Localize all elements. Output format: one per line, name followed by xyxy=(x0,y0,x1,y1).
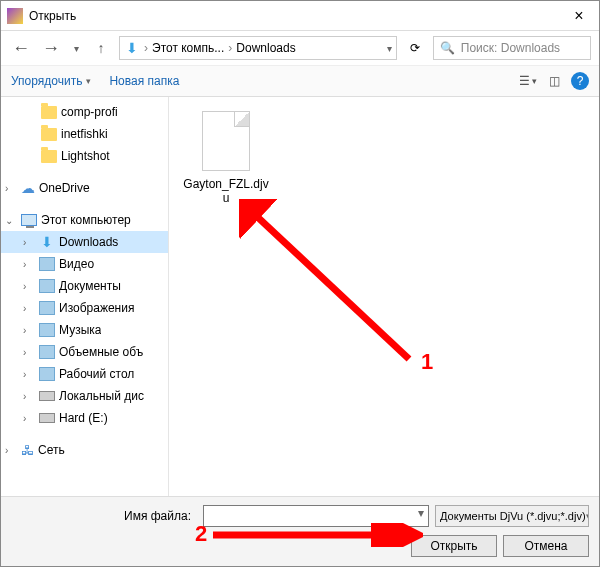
sidebar-folder[interactable]: Lightshot xyxy=(1,145,168,167)
arrow-left-icon: ← xyxy=(12,38,30,59)
sidebar-video[interactable]: ›Видео xyxy=(1,253,168,275)
chevron-down-icon: ▾ xyxy=(74,43,79,54)
newfolder-button[interactable]: Новая папка xyxy=(109,74,179,88)
chevron-down-icon: ▾ xyxy=(86,76,91,86)
breadcrumb-item-downloads[interactable]: Downloads xyxy=(236,41,295,55)
open-button[interactable]: Открыть xyxy=(411,535,497,557)
help-button[interactable]: ? xyxy=(571,72,589,90)
chevron-right-icon: › xyxy=(23,413,35,424)
sidebar-downloads[interactable]: ›⬇Downloads xyxy=(1,231,168,253)
file-name-label: Gayton_FZL.djvu xyxy=(181,177,271,205)
chevron-right-icon: › xyxy=(23,259,35,270)
breadcrumb[interactable]: ⬇ › Этот компь... › Downloads ▾ xyxy=(119,36,397,60)
images-icon xyxy=(39,301,55,315)
sidebar-desktop[interactable]: ›Рабочий стол xyxy=(1,363,168,385)
chevron-right-icon: › xyxy=(23,325,35,336)
organize-menu[interactable]: Упорядочить▾ xyxy=(11,74,91,88)
chevron-right-icon: › xyxy=(140,41,152,55)
filename-label: Имя файла: xyxy=(11,509,197,523)
sidebar-images[interactable]: ›Изображения xyxy=(1,297,168,319)
sidebar-localdisk[interactable]: ›Локальный дис xyxy=(1,385,168,407)
body-area: comp-profi inetfishki Lightshot ›☁OneDri… xyxy=(1,97,599,496)
downloads-icon: ⬇ xyxy=(124,40,140,56)
chevron-down-icon: ⌄ xyxy=(5,215,17,226)
nav-back-button[interactable]: ← xyxy=(9,36,33,60)
arrow-up-icon: ↑ xyxy=(98,40,105,56)
filetype-filter[interactable]: Документы DjVu (*.djvu;*.djv)▾ xyxy=(435,505,589,527)
annotation-label-2: 2 xyxy=(195,521,207,547)
network-icon: 🖧 xyxy=(21,443,34,458)
objects-icon xyxy=(39,345,55,359)
chevron-right-icon: › xyxy=(5,183,17,194)
drive-icon xyxy=(39,413,55,423)
refresh-icon: ⟳ xyxy=(410,41,420,55)
chevron-right-icon: › xyxy=(5,445,17,456)
navbar: ← → ▾ ↑ ⬇ › Этот компь... › Downloads ▾ … xyxy=(1,31,599,65)
music-icon xyxy=(39,323,55,337)
preview-pane-button[interactable]: ◫ xyxy=(545,72,563,90)
bottom-panel: Имя файла: ▾ Документы DjVu (*.djvu;*.dj… xyxy=(1,496,599,566)
view-options-button[interactable]: ☰▾ xyxy=(519,72,537,90)
chevron-right-icon: › xyxy=(23,391,35,402)
drive-icon xyxy=(39,391,55,401)
sidebar-folder[interactable]: comp-profi xyxy=(1,101,168,123)
sidebar-3dobjects[interactable]: ›Объемные объ xyxy=(1,341,168,363)
search-placeholder: Поиск: Downloads xyxy=(461,41,560,55)
titlebar: Открыть × xyxy=(1,1,599,31)
cloud-icon: ☁ xyxy=(21,180,35,196)
sidebar-music[interactable]: ›Музыка xyxy=(1,319,168,341)
annotation-label-1: 1 xyxy=(421,349,433,375)
help-icon: ? xyxy=(577,74,584,88)
filename-input[interactable]: ▾ xyxy=(203,505,429,527)
sidebar-folder[interactable]: inetfishki xyxy=(1,123,168,145)
sidebar-harde[interactable]: ›Hard (E:) xyxy=(1,407,168,429)
search-input[interactable]: 🔍 Поиск: Downloads xyxy=(433,36,591,60)
chevron-right-icon: › xyxy=(23,237,35,248)
breadcrumb-item-pc[interactable]: Этот компь... xyxy=(152,41,224,55)
panel-icon: ◫ xyxy=(549,74,560,88)
documents-icon xyxy=(39,279,55,293)
sidebar-onedrive[interactable]: ›☁OneDrive xyxy=(1,177,168,199)
nav-up-button[interactable]: ↑ xyxy=(89,36,113,60)
chevron-right-icon: › xyxy=(224,41,236,55)
chevron-down-icon: ▾ xyxy=(418,506,424,520)
desktop-icon xyxy=(39,367,55,381)
file-item[interactable]: Gayton_FZL.djvu xyxy=(181,111,271,205)
view-icon: ☰ xyxy=(519,74,530,88)
chevron-right-icon: › xyxy=(23,303,35,314)
chevron-right-icon: › xyxy=(23,281,35,292)
sidebar-documents[interactable]: ›Документы xyxy=(1,275,168,297)
window-title: Открыть xyxy=(29,9,559,23)
folder-icon xyxy=(41,106,57,119)
pc-icon xyxy=(21,214,37,226)
folder-icon xyxy=(41,150,57,163)
folder-icon xyxy=(41,128,57,141)
chevron-right-icon: › xyxy=(23,369,35,380)
nav-forward-button[interactable]: → xyxy=(39,36,63,60)
sidebar-network[interactable]: ›🖧Сеть xyxy=(1,439,168,461)
chevron-down-icon: ▾ xyxy=(532,76,537,86)
refresh-button[interactable]: ⟳ xyxy=(403,36,427,60)
downloads-icon: ⬇ xyxy=(39,234,55,250)
video-icon xyxy=(39,257,55,271)
arrow-right-icon: → xyxy=(42,38,60,59)
search-icon: 🔍 xyxy=(440,41,455,55)
close-button[interactable]: × xyxy=(559,7,599,25)
app-icon xyxy=(7,8,23,24)
sidebar: comp-profi inetfishki Lightshot ›☁OneDri… xyxy=(1,97,169,496)
nav-history-button[interactable]: ▾ xyxy=(69,36,83,60)
chevron-down-icon[interactable]: ▾ xyxy=(387,43,392,54)
cancel-button[interactable]: Отмена xyxy=(503,535,589,557)
chevron-right-icon: › xyxy=(23,347,35,358)
sidebar-thispc[interactable]: ⌄Этот компьютер xyxy=(1,209,168,231)
file-pane[interactable]: Gayton_FZL.djvu xyxy=(169,97,599,496)
file-icon xyxy=(202,111,250,171)
toolbar: Упорядочить▾ Новая папка ☰▾ ◫ ? xyxy=(1,65,599,97)
chevron-down-icon: ▾ xyxy=(586,510,589,523)
